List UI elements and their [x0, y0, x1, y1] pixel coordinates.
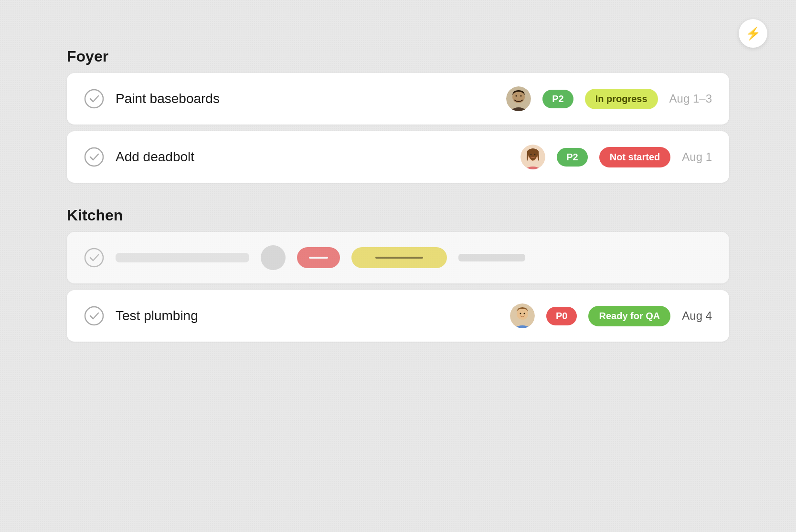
avatar	[520, 145, 545, 169]
date-text: Aug 1	[682, 150, 712, 164]
svg-point-4	[516, 95, 517, 97]
svg-point-18	[524, 313, 525, 314]
svg-point-6	[85, 148, 103, 166]
task-title: Add deadbolt	[116, 149, 509, 165]
avatar-placeholder	[261, 245, 286, 270]
avatar	[506, 86, 531, 111]
svg-point-16	[517, 308, 528, 320]
lightning-icon: ⚡	[745, 26, 761, 41]
task-title: Test plumbing	[116, 308, 499, 323]
priority-badge[interactable]: P0	[546, 307, 577, 325]
task-title: Paint baseboards	[116, 91, 495, 106]
svg-point-12	[85, 249, 103, 267]
svg-point-11	[534, 154, 536, 156]
lightning-button[interactable]: ⚡	[739, 19, 767, 48]
svg-point-10	[531, 154, 532, 156]
section-heading-kitchen: Kitchen	[67, 207, 729, 224]
checkbox-icon[interactable]	[84, 306, 104, 326]
status-placeholder	[351, 247, 447, 268]
svg-point-13	[85, 307, 103, 325]
avatar	[510, 303, 535, 328]
checkbox-icon[interactable]	[84, 248, 104, 268]
svg-point-0	[85, 90, 103, 108]
svg-point-5	[520, 95, 522, 97]
task-card-test-plumbing: Test plumbing P0 Ready for QA Aug 4	[67, 290, 729, 342]
section-heading-foyer: Foyer	[67, 48, 729, 65]
date-placeholder	[458, 254, 525, 261]
svg-point-17	[520, 313, 521, 314]
date-text: Aug 1–3	[669, 92, 712, 105]
checkbox-icon[interactable]	[84, 89, 104, 109]
status-badge[interactable]: In progress	[585, 89, 658, 109]
priority-placeholder	[297, 247, 340, 268]
priority-badge[interactable]: P2	[557, 148, 587, 167]
status-badge[interactable]: Ready for QA	[588, 306, 670, 326]
checkbox-icon[interactable]	[84, 147, 104, 167]
task-card-kitchen-1	[67, 232, 729, 283]
task-title-placeholder	[116, 253, 249, 262]
date-text: Aug 4	[682, 309, 712, 323]
task-card-add-deadbolt: Add deadbolt P2 Not started Aug 1	[67, 131, 729, 183]
task-card-paint-baseboards: Paint baseboards P2 In progress Aug 1–3	[67, 73, 729, 125]
status-badge[interactable]: Not started	[599, 147, 671, 167]
priority-badge[interactable]: P2	[542, 90, 573, 108]
